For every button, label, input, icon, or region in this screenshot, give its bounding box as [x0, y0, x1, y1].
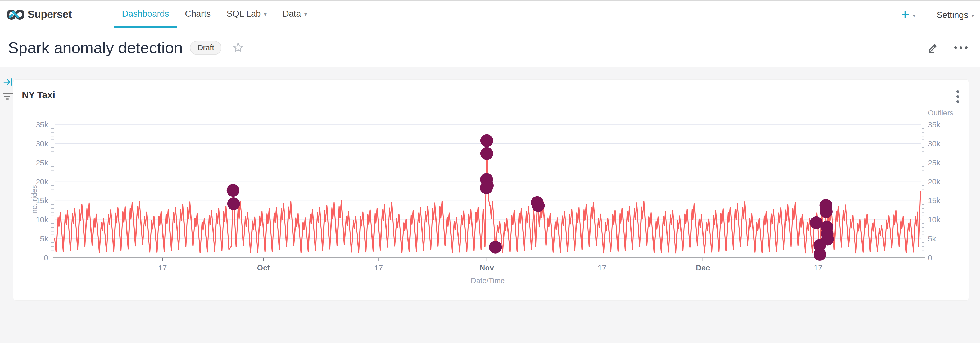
svg-text:Date/Time: Date/Time: [471, 277, 504, 285]
svg-text:Nov: Nov: [479, 263, 494, 272]
ny-taxi-chart[interactable]: 005k5k10k10k15k15k20k20k25k25k30k30k35k3…: [13, 80, 969, 301]
svg-text:0: 0: [44, 254, 48, 262]
settings-menu[interactable]: Settings ▾: [937, 10, 974, 20]
axis-labels: 005k5k10k10k15k15k20k20k25k25k30k30k35k3…: [30, 109, 953, 285]
svg-text:17: 17: [374, 263, 383, 272]
ellipsis-icon: [953, 45, 968, 50]
svg-text:5k: 5k: [928, 235, 936, 243]
chevron-down-icon: ▾: [304, 11, 307, 18]
pencil-icon: [927, 41, 940, 54]
arrow-to-bar-icon: [3, 77, 13, 87]
add-new-button[interactable]: + ▾: [901, 8, 915, 22]
outlier-point: [480, 182, 493, 194]
outlier-point: [480, 134, 493, 147]
main-menu: Dashboards Charts SQL Lab ▾ Data ▾: [114, 1, 315, 28]
svg-text:0: 0: [928, 254, 932, 262]
nav-item-label: Charts: [185, 9, 211, 19]
svg-text:17: 17: [158, 263, 167, 272]
svg-text:20k: 20k: [928, 177, 940, 186]
svg-text:35k: 35k: [36, 120, 48, 129]
svg-text:25k: 25k: [36, 158, 48, 167]
outlier-point: [227, 184, 239, 197]
ny-taxi-chart-card: NY Taxi 005k5k10k10k15k15k20k20k25k25k30…: [13, 80, 969, 301]
chevron-down-icon: ▾: [264, 11, 267, 18]
svg-text:Dec: Dec: [696, 263, 710, 272]
nav-item-label: Data: [283, 9, 301, 19]
svg-text:20k: 20k: [36, 177, 48, 186]
svg-text:17: 17: [814, 263, 822, 272]
status-badge: Draft: [190, 41, 221, 55]
outlier-point: [820, 205, 833, 218]
outlier-point: [489, 241, 502, 254]
brand-name: Superset: [27, 8, 72, 21]
svg-text:Oct: Oct: [257, 263, 270, 272]
filter-icon[interactable]: [3, 93, 13, 103]
svg-text:10k: 10k: [928, 215, 940, 224]
top-nav: Superset Dashboards Charts SQL Lab ▾ Dat…: [0, 0, 980, 28]
nav-item-dashboards[interactable]: Dashboards: [114, 1, 177, 28]
svg-text:30k: 30k: [928, 139, 940, 148]
svg-text:30k: 30k: [36, 139, 48, 148]
chevron-down-icon: ▾: [971, 13, 974, 19]
dashboard-header: Spark anomaly detection Draft: [0, 28, 980, 67]
svg-text:15k: 15k: [928, 196, 940, 205]
superset-home-link[interactable]: Superset: [0, 1, 82, 28]
svg-text:5k: 5k: [40, 235, 48, 243]
outlier-point: [532, 199, 545, 212]
nav-item-label: SQL Lab: [226, 9, 261, 19]
outlier-dots: [227, 134, 834, 261]
nav-item-charts[interactable]: Charts: [177, 1, 218, 28]
more-actions-button[interactable]: [953, 45, 968, 50]
favorite-star-icon[interactable]: [232, 41, 244, 54]
svg-text:35k: 35k: [928, 120, 940, 129]
outlier-point: [814, 248, 826, 261]
svg-text:25k: 25k: [928, 158, 940, 167]
nav-item-label: Dashboards: [122, 9, 169, 19]
nav-item-sql-lab[interactable]: SQL Lab ▾: [218, 1, 275, 28]
settings-label: Settings: [937, 10, 968, 20]
dashboard-content: NY Taxi 005k5k10k10k15k15k20k20k25k25k30…: [0, 67, 980, 343]
nav-item-data[interactable]: Data ▾: [275, 1, 315, 28]
outlier-point: [480, 147, 493, 160]
superset-logo-icon: [7, 9, 24, 20]
svg-text:no. rides: no. rides: [30, 185, 38, 213]
expand-filter-bar-button[interactable]: [3, 77, 13, 88]
edit-dashboard-button[interactable]: [927, 41, 940, 54]
page-title: Spark anomaly detection: [8, 39, 183, 57]
svg-text:10k: 10k: [36, 215, 48, 224]
chevron-down-icon: ▾: [913, 13, 916, 19]
svg-text:Outliers: Outliers: [928, 109, 953, 117]
svg-text:17: 17: [598, 263, 606, 272]
plus-icon: +: [901, 7, 910, 21]
outlier-point: [227, 198, 240, 210]
